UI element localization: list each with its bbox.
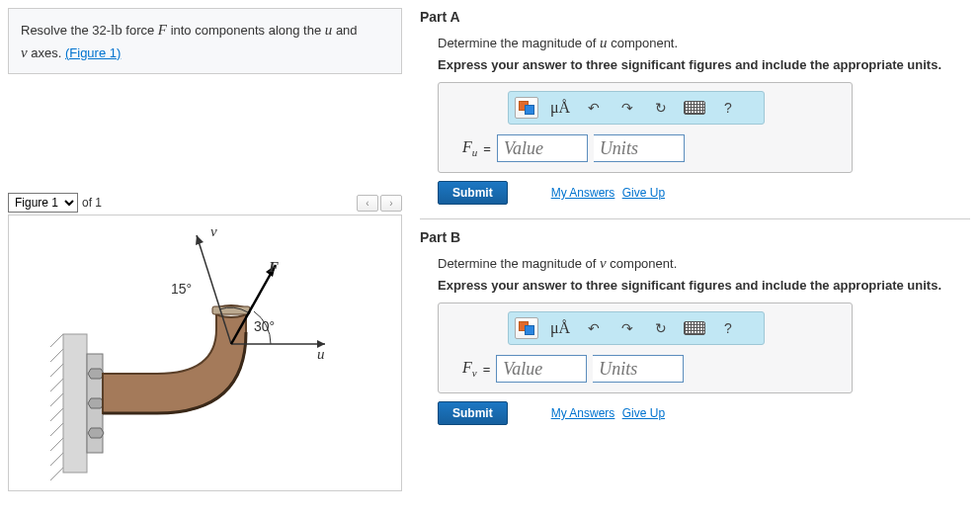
help-icon[interactable]: ?	[716, 96, 740, 120]
svg-line-19	[197, 235, 231, 344]
part-a-instruction: Determine the magnitude of u component.	[438, 35, 970, 51]
part-b-answer-box: μÅ ↶ ↷ ↻ ? Fv =	[438, 302, 853, 393]
svg-line-10	[50, 468, 63, 480]
v-axis-label: v	[210, 223, 217, 240]
force-vector-label: F	[269, 259, 279, 276]
figure-canvas: v F u 15° 30°	[8, 215, 402, 491]
part-a-submit-button[interactable]: Submit	[438, 181, 508, 205]
part-b-instruction: Determine the magnitude of v component.	[438, 255, 970, 272]
u-axis-label: u	[317, 346, 325, 363]
figure-navigation: Figure 1 of 1 ‹ ›	[8, 193, 402, 213]
template-icon[interactable]	[515, 316, 538, 340]
svg-line-6	[50, 408, 63, 421]
redo-icon[interactable]: ↷	[615, 316, 639, 340]
figure-select[interactable]: Figure 1	[8, 193, 78, 213]
reset-icon[interactable]: ↻	[649, 316, 673, 340]
svg-line-2	[50, 349, 63, 362]
keyboard-icon[interactable]	[683, 316, 706, 340]
part-a-title: Part A	[420, 9, 970, 25]
figure-prev-button[interactable]: ‹	[357, 195, 378, 212]
units-symbol-button[interactable]: μÅ	[548, 96, 572, 120]
part-b-submit-button[interactable]: Submit	[438, 401, 508, 425]
svg-line-4	[50, 379, 63, 391]
svg-marker-12	[88, 369, 104, 379]
part-a-my-answers-link[interactable]: My Answers	[551, 186, 615, 200]
part-a-units-input[interactable]	[594, 134, 685, 162]
part-b-give-up-link[interactable]: Give Up	[622, 406, 665, 420]
figure-link[interactable]: (Figure 1)	[65, 45, 121, 60]
part-b-value-input[interactable]	[496, 355, 587, 383]
figure-illustration	[9, 216, 399, 490]
svg-line-7	[50, 423, 63, 436]
part-a-value-input[interactable]	[497, 134, 588, 162]
part-b-units-input[interactable]	[593, 355, 684, 383]
keyboard-icon[interactable]	[683, 96, 706, 120]
svg-line-3	[50, 364, 63, 377]
problem-unit: lb	[111, 22, 122, 38]
part-a-equation: Fu =	[462, 134, 842, 162]
reset-icon[interactable]: ↻	[649, 96, 673, 120]
force-symbol: F	[158, 22, 167, 38]
undo-icon[interactable]: ↶	[582, 96, 606, 120]
figure-next-button[interactable]: ›	[380, 195, 402, 212]
template-icon[interactable]	[515, 96, 538, 120]
part-b-title: Part B	[420, 229, 970, 245]
svg-line-5	[50, 393, 63, 406]
part-a-answer-box: μÅ ↶ ↷ ↻ ? Fu =	[438, 82, 853, 173]
part-b-toolbar: μÅ ↶ ↷ ↻ ?	[508, 311, 765, 345]
angle-15-label: 15°	[171, 281, 192, 297]
figure-of-text: of 1	[82, 196, 102, 210]
part-a-symbol: Fu	[462, 138, 477, 158]
problem-text: Resolve the 32-	[21, 23, 111, 38]
svg-marker-14	[88, 428, 104, 438]
help-icon[interactable]: ?	[716, 316, 740, 340]
svg-line-9	[50, 453, 63, 466]
part-a-toolbar: μÅ ↶ ↷ ↻ ?	[508, 91, 765, 125]
svg-rect-0	[63, 334, 87, 473]
units-symbol-button[interactable]: μÅ	[548, 316, 572, 340]
part-a-give-up-link[interactable]: Give Up	[622, 186, 665, 200]
svg-line-8	[50, 438, 63, 451]
problem-statement: Resolve the 32-lb force F into component…	[8, 8, 402, 74]
part-a-answer-links: My Answers Give Up	[547, 186, 665, 200]
part-b-equation: Fv =	[462, 355, 842, 383]
part-b-instruction-bold: Express your answer to three significant…	[438, 278, 970, 293]
angle-30-label: 30°	[254, 318, 275, 334]
svg-marker-13	[88, 398, 104, 408]
part-b-symbol: Fv	[462, 359, 477, 379]
part-a-instruction-bold: Express your answer to three significant…	[438, 57, 970, 72]
redo-icon[interactable]: ↷	[615, 96, 639, 120]
part-b-my-answers-link[interactable]: My Answers	[551, 406, 615, 420]
undo-icon[interactable]: ↶	[582, 316, 606, 340]
divider	[420, 218, 970, 219]
part-b-answer-links: My Answers Give Up	[547, 406, 665, 420]
svg-line-1	[50, 334, 63, 347]
svg-marker-20	[196, 235, 204, 245]
